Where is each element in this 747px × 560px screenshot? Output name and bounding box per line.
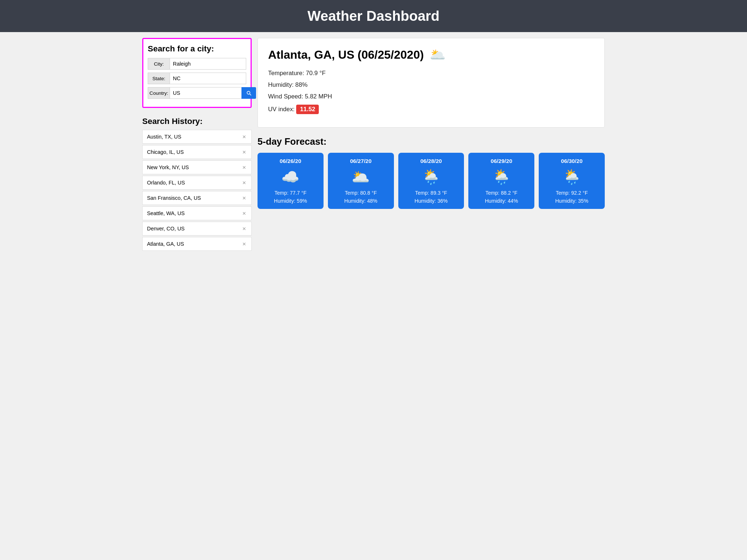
forecast-icon: 🌦️ xyxy=(473,168,530,186)
humidity-stat: Humidity: 88% xyxy=(268,81,594,89)
history-item-label: Denver, CO, US xyxy=(147,226,185,232)
forecast-temp: Temp: 88.2 °F xyxy=(473,190,530,196)
current-weather-icon: 🌥️ xyxy=(430,47,446,62)
city-header: Atlanta, GA, US (06/25/2020) 🌥️ xyxy=(268,47,594,62)
history-item-label: Austin, TX, US xyxy=(147,134,181,140)
forecast-card: 06/27/20 🌥️ Temp: 80.8 °F Humidity: 48% xyxy=(328,153,394,209)
history-item-label: Chicago, IL, US xyxy=(147,149,184,155)
forecast-humidity: Humidity: 44% xyxy=(473,198,530,204)
remove-history-button[interactable]: ✕ xyxy=(241,165,247,170)
search-heading: Search for a city: xyxy=(148,44,246,54)
country-field-row: Country: xyxy=(148,87,246,99)
history-item[interactable]: Denver, CO, US ✕ xyxy=(142,222,252,236)
history-item[interactable]: San Fransisco, CA, US ✕ xyxy=(142,191,252,205)
forecast-icon: ☁️ xyxy=(262,168,319,186)
current-weather-card: Atlanta, GA, US (06/25/2020) 🌥️ Temperat… xyxy=(258,38,605,128)
city-label: City: xyxy=(148,58,170,70)
forecast-icon: 🌦️ xyxy=(403,168,460,186)
forecast-card: 06/26/20 ☁️ Temp: 77.7 °F Humidity: 59% xyxy=(258,153,324,209)
country-label: Country: xyxy=(148,87,170,99)
forecast-temp: Temp: 92.2 °F xyxy=(543,190,600,196)
state-label: State: xyxy=(148,73,170,84)
remove-history-button[interactable]: ✕ xyxy=(241,134,247,140)
search-button[interactable] xyxy=(241,87,256,99)
history-item[interactable]: Seattle, WA, US ✕ xyxy=(142,206,252,220)
forecast-card: 06/28/20 🌦️ Temp: 89.3 °F Humidity: 36% xyxy=(398,153,464,209)
temperature-stat: Temperature: 70.9 °F xyxy=(268,70,594,77)
app-title: Weather Dashboard xyxy=(0,8,747,24)
remove-history-button[interactable]: ✕ xyxy=(241,195,247,201)
uv-value: 11.52 xyxy=(296,105,319,114)
forecast-humidity: Humidity: 36% xyxy=(403,198,460,204)
forecast-icon: 🌦️ xyxy=(543,168,600,186)
history-item[interactable]: New York, NY, US ✕ xyxy=(142,160,252,174)
history-list: Austin, TX, US ✕Chicago, IL, US ✕New Yor… xyxy=(142,130,252,251)
search-icon xyxy=(246,90,252,96)
history-item[interactable]: Chicago, IL, US ✕ xyxy=(142,145,252,159)
history-item-label: San Fransisco, CA, US xyxy=(147,195,201,201)
remove-history-button[interactable]: ✕ xyxy=(241,149,247,155)
wind-speed-stat: Wind Speed: 5.82 MPH xyxy=(268,93,594,100)
city-input[interactable] xyxy=(170,58,246,70)
history-item-label: Seattle, WA, US xyxy=(147,210,185,216)
forecast-card: 06/30/20 🌦️ Temp: 92.2 °F Humidity: 35% xyxy=(539,153,605,209)
uv-stat: UV index: 11.52 xyxy=(268,105,594,114)
remove-history-button[interactable]: ✕ xyxy=(241,211,247,216)
history-item[interactable]: Orlando, FL, US ✕ xyxy=(142,176,252,190)
forecast-date: 06/26/20 xyxy=(262,158,319,164)
forecast-section: 5-day Forecast: 06/26/20 ☁️ Temp: 77.7 °… xyxy=(258,136,605,209)
history-item-label: New York, NY, US xyxy=(147,164,189,170)
sidebar: Search for a city: City: State: Country: xyxy=(142,38,252,252)
forecast-humidity: Humidity: 59% xyxy=(262,198,319,204)
forecast-temp: Temp: 89.3 °F xyxy=(403,190,460,196)
city-title: Atlanta, GA, US (06/25/2020) xyxy=(268,48,424,62)
remove-history-button[interactable]: ✕ xyxy=(241,226,247,232)
main-content: Atlanta, GA, US (06/25/2020) 🌥️ Temperat… xyxy=(258,38,605,252)
search-history-section: Search History: Austin, TX, US ✕Chicago,… xyxy=(142,117,252,251)
remove-history-button[interactable]: ✕ xyxy=(241,180,247,186)
forecast-humidity: Humidity: 48% xyxy=(332,198,390,204)
uv-label: UV index: xyxy=(268,106,295,113)
app-header: Weather Dashboard xyxy=(0,0,747,32)
forecast-temp: Temp: 77.7 °F xyxy=(262,190,319,196)
forecast-date: 06/30/20 xyxy=(543,158,600,164)
forecast-date: 06/28/20 xyxy=(403,158,460,164)
forecast-date: 06/27/20 xyxy=(332,158,390,164)
forecast-temp: Temp: 80.8 °F xyxy=(332,190,390,196)
history-item-label: Atlanta, GA, US xyxy=(147,241,184,247)
state-input[interactable] xyxy=(170,73,246,84)
remove-history-button[interactable]: ✕ xyxy=(241,241,247,247)
search-form: Search for a city: City: State: Country: xyxy=(142,38,252,108)
city-field-row: City: xyxy=(148,58,246,70)
forecast-icon: 🌥️ xyxy=(332,168,390,186)
country-input[interactable] xyxy=(170,87,241,99)
forecast-grid: 06/26/20 ☁️ Temp: 77.7 °F Humidity: 59% … xyxy=(258,153,605,209)
history-item[interactable]: Austin, TX, US ✕ xyxy=(142,130,252,144)
history-item[interactable]: Atlanta, GA, US ✕ xyxy=(142,237,252,251)
history-heading: Search History: xyxy=(142,117,252,126)
state-field-row: State: xyxy=(148,73,246,84)
forecast-card: 06/29/20 🌦️ Temp: 88.2 °F Humidity: 44% xyxy=(468,153,534,209)
forecast-date: 06/29/20 xyxy=(473,158,530,164)
history-item-label: Orlando, FL, US xyxy=(147,180,185,186)
forecast-heading: 5-day Forecast: xyxy=(258,136,605,147)
forecast-humidity: Humidity: 35% xyxy=(543,198,600,204)
